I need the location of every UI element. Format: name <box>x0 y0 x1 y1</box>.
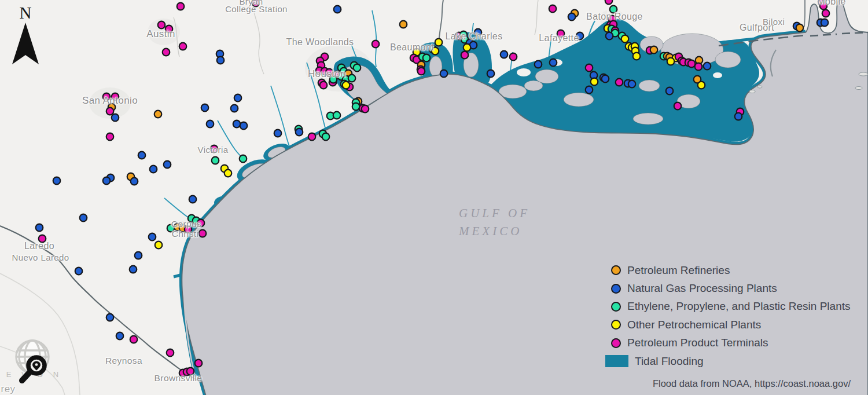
facility-dot-petroleum-terminal[interactable] <box>695 63 703 71</box>
facility-dot-natural-gas-plant[interactable] <box>568 13 576 21</box>
facility-dot-natural-gas-plant[interactable] <box>501 51 508 58</box>
legend-swatch-dot <box>611 338 621 348</box>
facility-dot-petroleum-terminal[interactable] <box>177 3 185 10</box>
facility-dot-natural-gas-plant[interactable] <box>112 114 119 122</box>
facility-dot-natural-gas-plant[interactable] <box>602 75 609 83</box>
city-label-houston: Houston <box>308 68 346 80</box>
facility-dot-petroleum-terminal[interactable] <box>179 43 187 50</box>
facility-dot-petroleum-terminal[interactable] <box>688 60 696 68</box>
facility-dot-petrochemical-plant[interactable] <box>225 170 232 177</box>
facility-dot-petroleum-terminal[interactable] <box>461 52 469 59</box>
facility-dot-natural-gas-plant[interactable] <box>233 120 241 128</box>
facility-dot-petroleum-terminal[interactable] <box>195 360 203 367</box>
facility-dot-natural-gas-plant[interactable] <box>231 105 238 112</box>
legend-item: Other Petrochemical Plants <box>605 316 851 334</box>
facility-dot-petroleum-terminal[interactable] <box>674 103 682 110</box>
facility-dot-natural-gas-plant[interactable] <box>103 177 111 185</box>
facility-dot-petroleum-terminal[interactable] <box>418 68 425 75</box>
facility-dot-natural-gas-plant[interactable] <box>217 57 225 64</box>
city-label-reynosa: Reynosa <box>105 356 142 366</box>
facility-dot-petrochemical-plant[interactable] <box>667 58 675 65</box>
facility-dot-natural-gas-plant[interactable] <box>628 81 636 88</box>
facility-dot-natural-gas-plant[interactable] <box>131 178 138 185</box>
city-label-brownsville: Brownsville <box>155 373 203 383</box>
facility-dot-natural-gas-plant[interactable] <box>586 86 593 94</box>
facility-dot-petroleum-terminal[interactable] <box>199 230 207 237</box>
facility-dot-ethylene-plastic-plant[interactable] <box>333 112 341 119</box>
facility-dot-natural-gas-plant[interactable] <box>274 130 282 137</box>
city-label-baton-rouge: Baton Rouge <box>586 12 643 22</box>
facility-dot-petroleum-terminal[interactable] <box>549 5 557 13</box>
magnifier-handle <box>22 372 30 381</box>
facility-dot-ethylene-plastic-plant[interactable] <box>212 157 219 164</box>
facility-dot-petrochemical-plant[interactable] <box>633 53 641 60</box>
facility-dot-natural-gas-plant[interactable] <box>106 314 114 321</box>
facility-dot-ethylene-plastic-plant[interactable] <box>423 54 431 62</box>
facility-dot-natural-gas-plant[interactable] <box>189 196 197 203</box>
facility-dot-natural-gas-plant[interactable] <box>296 129 303 136</box>
facility-dot-petroleum-refinery[interactable] <box>650 46 658 54</box>
facility-dot-ethylene-plastic-plant[interactable] <box>348 75 356 82</box>
legend-label: Petroleum Product Terminals <box>627 337 768 349</box>
facility-dot-petroleum-refinery[interactable] <box>400 21 407 28</box>
facility-dot-natural-gas-plant[interactable] <box>80 214 87 222</box>
facility-dot-petrochemical-plant[interactable] <box>621 35 629 43</box>
facility-dot-natural-gas-plant[interactable] <box>606 32 613 40</box>
facility-dot-natural-gas-plant[interactable] <box>240 122 248 130</box>
north-arrow: N <box>12 3 39 67</box>
facility-dot-ethylene-plastic-plant[interactable] <box>322 133 330 141</box>
facility-dot-natural-gas-plant[interactable] <box>704 63 711 70</box>
facility-dot-petroleum-terminal[interactable] <box>822 10 830 17</box>
facility-dot-petrochemical-plant[interactable] <box>343 82 350 89</box>
facility-dot-petrochemical-plant[interactable] <box>698 82 705 89</box>
facility-dot-petroleum-refinery[interactable] <box>796 24 804 32</box>
facility-dot-natural-gas-plant[interactable] <box>201 104 209 112</box>
facility-dot-petroleum-terminal[interactable] <box>167 349 174 357</box>
legend-item: Petroleum Product Terminals <box>605 334 851 352</box>
facility-dot-petroleum-terminal[interactable] <box>586 64 593 72</box>
facility-dot-natural-gas-plant[interactable] <box>150 166 157 173</box>
facility-dot-petroleum-refinery[interactable] <box>155 111 162 118</box>
facility-dot-natural-gas-plant[interactable] <box>821 19 829 27</box>
city-label-mobile: Mobile <box>817 0 846 7</box>
facility-dot-petroleum-terminal[interactable] <box>106 133 114 141</box>
facility-dot-petroleum-terminal[interactable] <box>362 105 369 113</box>
facility-dot-petroleum-terminal[interactable] <box>106 108 114 115</box>
facility-dot-natural-gas-plant[interactable] <box>666 87 674 95</box>
facility-dot-ethylene-plastic-plant[interactable] <box>354 64 361 72</box>
facility-dot-natural-gas-plant[interactable] <box>334 6 341 13</box>
facility-dot-petroleum-terminal[interactable] <box>605 0 613 4</box>
facility-dot-petroleum-terminal[interactable] <box>372 41 380 48</box>
legend-label: Natural Gas Processing Plants <box>627 282 777 295</box>
facility-dot-natural-gas-plant[interactable] <box>36 224 43 232</box>
facility-dot-natural-gas-plant[interactable] <box>130 266 137 273</box>
facility-dot-natural-gas-plant[interactable] <box>535 61 542 68</box>
facility-dot-petrochemical-plant[interactable] <box>464 44 471 52</box>
facility-dot-petroleum-terminal[interactable] <box>130 336 138 343</box>
facility-dot-natural-gas-plant[interactable] <box>164 161 171 169</box>
facility-dot-natural-gas-plant[interactable] <box>135 252 142 259</box>
facility-dot-petroleum-terminal[interactable] <box>163 49 170 56</box>
facility-dot-natural-gas-plant[interactable] <box>149 233 156 241</box>
facility-dot-ethylene-plastic-plant[interactable] <box>352 103 360 111</box>
facility-dot-natural-gas-plant[interactable] <box>138 152 146 159</box>
globe-magnifier-icon[interactable] <box>9 339 58 393</box>
facility-dot-natural-gas-plant[interactable] <box>735 113 742 120</box>
facility-dot-petrochemical-plant[interactable] <box>591 78 598 86</box>
facility-dot-natural-gas-plant[interactable] <box>116 332 124 340</box>
facility-dot-petrochemical-plant[interactable] <box>435 39 443 46</box>
facility-dot-petrochemical-plant[interactable] <box>155 242 163 249</box>
facility-dot-ethylene-plastic-plant[interactable] <box>240 155 247 163</box>
facility-dot-natural-gas-plant[interactable] <box>440 70 448 78</box>
facility-dot-natural-gas-plant[interactable] <box>75 268 83 275</box>
facility-dot-petroleum-terminal[interactable] <box>616 79 623 86</box>
facility-dot-natural-gas-plant[interactable] <box>53 177 61 185</box>
facility-dot-petroleum-terminal[interactable] <box>510 53 517 61</box>
facility-dot-petroleum-terminal[interactable] <box>158 21 165 29</box>
facility-dot-natural-gas-plant[interactable] <box>487 70 495 78</box>
facility-dot-natural-gas-plant[interactable] <box>234 94 242 102</box>
facility-dot-petroleum-terminal[interactable] <box>320 82 328 89</box>
facility-dot-petroleum-terminal[interactable] <box>308 133 316 141</box>
facility-dot-natural-gas-plant[interactable] <box>207 120 214 128</box>
facility-dot-natural-gas-plant[interactable] <box>550 59 557 67</box>
